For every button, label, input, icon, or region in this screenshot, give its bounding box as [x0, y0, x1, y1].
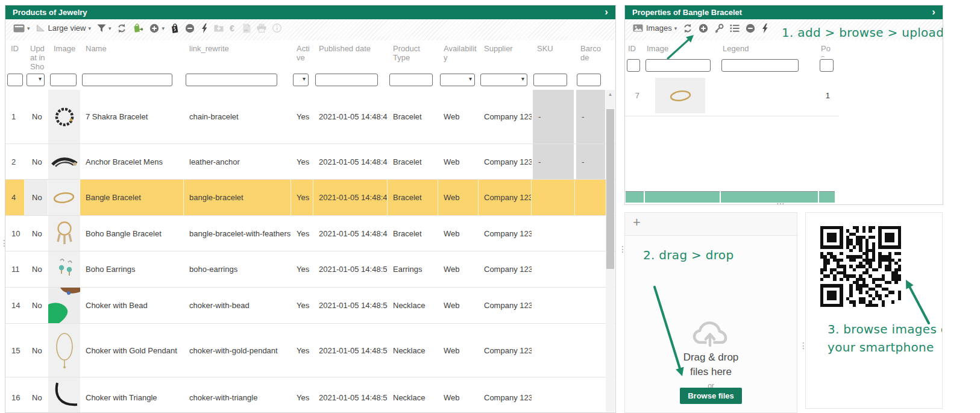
lightning-button[interactable]: [758, 20, 771, 36]
shopify-export-button[interactable]: [130, 20, 146, 36]
vertical-splitter-handle[interactable]: ⋮: [618, 246, 627, 252]
column-header-id[interactable]: ID: [5, 40, 25, 72]
filter-input-barcode[interactable]: [577, 74, 601, 86]
column-header-sku[interactable]: SKU: [532, 40, 575, 72]
scroll-up-icon[interactable]: ▲: [606, 90, 615, 98]
refresh-button[interactable]: [680, 20, 696, 36]
product-row-16[interactable]: 16NoChoker with Trianglechoker-with-tria…: [5, 377, 615, 413]
product-image: [48, 216, 80, 251]
column-header-legend[interactable]: Legend: [720, 40, 818, 57]
euro-button[interactable]: €: [227, 20, 240, 36]
column-header-image[interactable]: Image: [644, 40, 720, 57]
active-cell: Yes: [291, 251, 313, 287]
filter-input-legend[interactable]: [721, 59, 799, 72]
dropzone-text-line1: Drag & drop: [625, 350, 797, 365]
name-cell: Choker with Bead: [80, 288, 184, 323]
product-row-15[interactable]: 15NoChoker with Gold Pendantchoker-with-…: [5, 324, 615, 377]
product-row-10[interactable]: 10NoBoho Bangle Braceletbangle-bracelet-…: [5, 216, 615, 251]
lightning-button[interactable]: [198, 20, 211, 36]
barcode-cell: [575, 288, 606, 323]
filter-input-id[interactable]: [627, 59, 640, 72]
sku-cell: [532, 324, 575, 377]
name-cell: Choker with Gold Pendant: [80, 324, 184, 377]
add-circle-button[interactable]: [696, 20, 711, 36]
barcode-cell: [575, 251, 606, 287]
product-row-4[interactable]: 4NoBangle Braceletbangle-braceletYes2021…: [5, 180, 615, 216]
filter-select-active[interactable]: [293, 74, 309, 86]
filter-input-image[interactable]: [645, 59, 711, 72]
printer-button[interactable]: [254, 20, 269, 36]
filter-input-name[interactable]: [82, 74, 172, 86]
filter-input-link-rewrite[interactable]: [186, 74, 277, 86]
filter-input-id[interactable]: [7, 74, 23, 86]
browse-files-button[interactable]: Browse files: [680, 388, 742, 404]
filter-input-published-date[interactable]: [315, 74, 378, 86]
remove-circle-button[interactable]: [743, 20, 758, 36]
add-tab-icon[interactable]: +: [633, 215, 641, 230]
filter-select[interactable]: [480, 74, 527, 86]
image-row-7[interactable]: 71: [625, 75, 839, 116]
dropzone-panel[interactable]: + 2. drag > drop Drag & drop files here …: [624, 212, 797, 413]
product-row-1[interactable]: 1No7 Shakra Braceletchain-braceletYes202…: [5, 90, 615, 144]
column-header-id[interactable]: ID: [625, 40, 644, 57]
refresh-button[interactable]: [114, 20, 130, 36]
filter-select-updat-in-shopi[interactable]: [27, 74, 45, 86]
column-header-image[interactable]: Image: [48, 40, 80, 72]
filter-input-product-type[interactable]: [389, 74, 433, 86]
images-button[interactable]: Images▾: [630, 20, 680, 36]
column-header-supplier[interactable]: Supplier: [479, 40, 532, 72]
folder-add-button[interactable]: [211, 20, 227, 36]
vertical-scrollbar[interactable]: ▲: [606, 90, 615, 412]
collapse-panel-icon[interactable]: ›: [932, 5, 935, 18]
column-header-availability[interactable]: Availability: [438, 40, 479, 72]
barcode-cell: -: [575, 144, 606, 179]
list-button[interactable]: [727, 20, 743, 36]
info-button[interactable]: [269, 20, 284, 36]
column-header-pos.[interactable]: Pos.: [818, 40, 834, 57]
filter-select-availability[interactable]: [440, 74, 475, 86]
vertical-splitter-handle[interactable]: ⋮: [799, 342, 808, 348]
key-button[interactable]: [711, 20, 727, 36]
filter-select[interactable]: [293, 74, 309, 86]
horizontal-splitter-handle[interactable]: ⋯: [776, 200, 785, 206]
view-button[interactable]: Large view▾: [33, 20, 94, 36]
products-toolbar: ▾Large view▾▾▾€csv: [5, 19, 615, 37]
add-circle-button[interactable]: ▾: [146, 20, 168, 36]
link-rewrite-cell: leather-anchor: [184, 144, 291, 179]
vertical-splitter-handle[interactable]: ⋮: [0, 240, 8, 246]
collapse-panel-icon[interactable]: ›: [605, 5, 608, 18]
product-type-cell: Bracelet: [388, 144, 438, 179]
filter-input-pos-[interactable]: [820, 59, 834, 72]
column-header-updat-in-shopi[interactable]: Updat in Shopi: [25, 40, 48, 72]
filter-select-supplier[interactable]: [480, 74, 527, 86]
filter-cell: [291, 72, 313, 90]
published-date-cell: 2021-01-05 14:48:45: [313, 144, 388, 179]
scrollbar-thumb[interactable]: [606, 109, 614, 269]
remove-circle-button[interactable]: [182, 20, 198, 36]
images-grid-header: IDImageLegendPos.: [625, 40, 943, 57]
filter-select[interactable]: [440, 74, 475, 86]
link-rewrite-cell: choker-with-gold-pendant: [184, 324, 291, 377]
product-row-2[interactable]: 2NoAnchor Bracelet Mensleather-anchorYes…: [5, 144, 615, 180]
product-row-11[interactable]: 11NoBoho Earringsboho-earringsYes2021-01…: [5, 251, 615, 288]
column-header-link-rewrite[interactable]: link_rewrite: [184, 40, 291, 72]
csv-button[interactable]: csv: [240, 20, 254, 36]
window-button[interactable]: ▾: [10, 20, 33, 36]
column-header-name[interactable]: Name: [80, 40, 184, 72]
active-cell: Yes: [291, 324, 313, 377]
product-row-14[interactable]: 14NoChoker with Beadchoker-with-beadYes2…: [5, 288, 615, 324]
column-header-product-type[interactable]: Product Type: [388, 40, 438, 72]
column-header-active[interactable]: Active: [291, 40, 313, 72]
filter-button[interactable]: ▾: [94, 20, 115, 36]
filter-input-image[interactable]: [50, 74, 77, 86]
shopify-button[interactable]: [168, 20, 182, 36]
image-id-cell: 7: [625, 75, 644, 116]
filter-input-sku[interactable]: [533, 74, 567, 86]
id-cell: 1: [5, 90, 25, 143]
column-header-barcode[interactable]: Barcode: [575, 40, 606, 72]
filter-select[interactable]: [27, 74, 45, 86]
barcode-cell: [575, 324, 606, 377]
column-header-published-date[interactable]: Published date: [313, 40, 388, 72]
product-image: [48, 377, 80, 413]
update-in-shopify-cell: No: [25, 144, 48, 179]
